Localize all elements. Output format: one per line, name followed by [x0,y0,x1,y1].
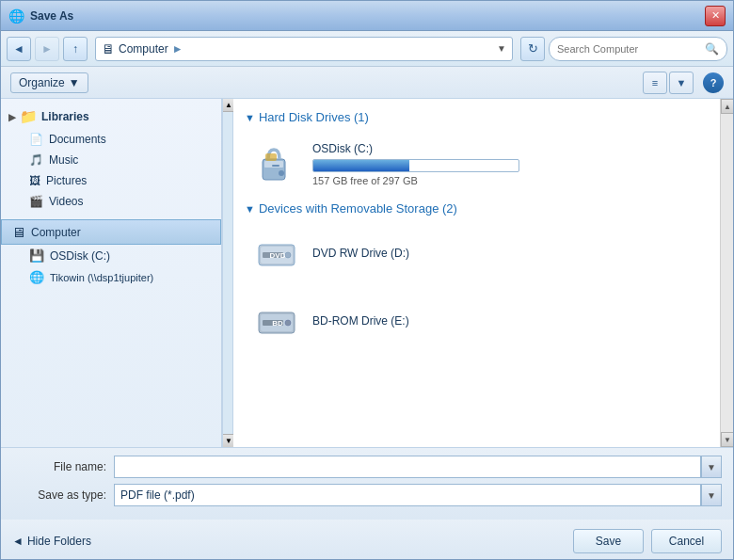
breadcrumb-computer: Computer [119,42,168,56]
bd-drive-name: BD-ROM Drive (E:) [312,314,701,328]
osdisk-drive-icon [252,139,301,188]
filetype-dropdown-button[interactable]: ▼ [701,484,722,506]
computer-items: 💾 OSDisk (C:) 🌐 Tikowin (\\dsp1tjupiter) [1,245,221,288]
libraries-folder-icon: 📁 [20,108,38,125]
svg-text:BD: BD [272,319,283,328]
view-icon: ≡ [652,77,658,88]
view-toggle-button[interactable]: ≡ [643,72,667,94]
documents-icon: 📄 [29,133,43,146]
right-scrollbar[interactable]: ▲ ▼ [720,99,733,447]
toolbar: Organize ▼ ≡ ▼ ? [1,67,733,99]
filetype-wrapper: PDF file (*.pdf) ▼ [114,484,722,506]
svg-text:DVD: DVD [270,251,286,260]
dvd-drive-name: DVD RW Drive (D:) [312,247,701,260]
title-icon: 🌐 [8,8,24,24]
osdisk-progress-bg [312,159,519,172]
bd-drive-info: BD-ROM Drive (E:) [312,314,701,331]
documents-label: Documents [49,133,106,146]
view-controls: ≡ ▼ ? [643,72,724,94]
filename-dropdown-button[interactable]: ▼ [701,456,722,478]
libraries-items: 📄 Documents 🎵 Music 🖼 Pictures 🎬 Videos [1,129,221,212]
breadcrumb-home-icon: 🖥 [102,41,115,56]
sidebar-item-videos[interactable]: 🎬 Videos [20,191,221,212]
organize-label: Organize [19,76,65,89]
breadcrumb-dropdown-arrow[interactable]: ▼ [497,43,506,54]
sidebar-item-music[interactable]: 🎵 Music [20,150,221,170]
action-bar: ◄ Hide Folders Save Cancel [1,520,733,559]
view-dropdown-arrow: ▼ [677,77,687,88]
save-button[interactable]: Save [573,529,644,553]
organize-button[interactable]: Organize ▼ [10,72,88,93]
search-box: 🔍 [549,37,727,61]
filename-input[interactable] [114,456,701,478]
filetype-row: Save as type: PDF file (*.pdf) ▼ [12,484,722,506]
bd-drive-item[interactable]: BD BD-ROM Drive (E:) [245,293,709,353]
sidebar-item-computer[interactable]: 🖥 Computer [1,219,221,245]
dvd-drive-info: DVD RW Drive (D:) [312,247,701,264]
osdisk-drive-item[interactable]: OSDisk (C:) 157 GB free of 297 GB [245,134,709,194]
dvd-drive-item[interactable]: DVD DVD RW Drive (D:) [245,225,709,285]
pictures-label: Pictures [46,174,87,187]
title-bar: 🌐 Save As ✕ [1,1,733,31]
svg-point-2 [279,170,284,176]
hide-folders-label: Hide Folders [27,535,91,548]
organize-arrow: ▼ [69,76,80,89]
sidebar-item-documents[interactable]: 📄 Documents [20,129,221,150]
refresh-button[interactable]: ↻ [520,37,545,61]
breadcrumb[interactable]: 🖥 Computer ► ▼ [95,37,513,61]
filename-input-wrapper: ▼ [114,456,722,478]
bottom-bar: File name: ▼ Save as type: PDF file (*.p… [1,447,733,520]
svg-point-14 [285,320,291,326]
scroll-up-button[interactable]: ▲ [721,99,733,114]
music-icon: 🎵 [29,153,43,167]
search-icon: 🔍 [705,42,719,56]
view-dropdown-button[interactable]: ▼ [669,72,694,94]
sidebar: ▶ 📁 Libraries 📄 Documents 🎵 Music 🖼 Pict… [1,99,222,447]
hdd-section-title: Hard Disk Drives (1) [259,110,369,124]
window-title: Save As [30,9,705,23]
forward-button[interactable]: ► [35,37,59,61]
up-button[interactable]: ↑ [63,37,88,61]
bd-drive-icon: BD [252,298,301,347]
videos-icon: 🎬 [29,195,43,208]
content-area: ▼ Hard Disk Drives (1) [233,99,720,447]
cancel-button[interactable]: Cancel [651,529,722,553]
breadcrumb-arrow: ► [172,42,184,56]
filename-label: File name: [12,460,106,473]
computer-label: Computer [31,226,81,239]
videos-label: Videos [49,195,83,208]
sidebar-item-pictures[interactable]: 🖼 Pictures [20,170,221,191]
sidebar-scrollbar[interactable]: ▲ ▼ [222,99,233,447]
filetype-value: PDF file (*.pdf) [120,488,195,502]
removable-section-header: ▼ Devices with Removable Storage (2) [245,201,709,216]
filename-row: File name: ▼ [12,456,722,478]
removable-section-arrow: ▼ [245,203,255,215]
sidebar-item-osdisk[interactable]: 💾 OSDisk (C:) [20,245,221,266]
dvd-drive-icon: DVD [252,231,301,280]
sidebar-item-network[interactable]: 🌐 Tikowin (\\dsp1tjupiter) [20,266,221,288]
search-input[interactable] [557,43,701,55]
osdisk-progress-fill [313,160,409,171]
hdd-section-arrow: ▼ [245,112,255,123]
filetype-label: Save as type: [12,488,106,502]
osdisk-label: OSDisk (C:) [50,249,110,263]
network-icon: 🌐 [29,270,44,284]
help-button[interactable]: ? [703,72,724,93]
computer-icon: 🖥 [11,224,25,240]
nav-bar: ◄ ► ↑ 🖥 Computer ► ▼ ↻ 🔍 [1,31,733,67]
action-buttons: Save Cancel [573,529,722,553]
hdd-section-header: ▼ Hard Disk Drives (1) [245,110,709,124]
libraries-label[interactable]: Libraries [41,110,89,123]
hide-folders-arrow: ◄ [12,535,24,548]
filetype-select[interactable]: PDF file (*.pdf) [114,484,701,506]
removable-section-title: Devices with Removable Storage (2) [259,201,457,216]
network-label: Tikowin (\\dsp1tjupiter) [50,272,153,283]
svg-rect-3 [272,165,279,167]
osdisk-drive-info: OSDisk (C:) 157 GB free of 297 GB [312,142,701,186]
close-button[interactable]: ✕ [705,6,726,26]
osdisk-drive-name: OSDisk (C:) [312,142,701,155]
scroll-down-button[interactable]: ▼ [721,432,733,447]
osdisk-icon: 💾 [29,248,44,263]
hide-folders-button[interactable]: ◄ Hide Folders [12,535,91,548]
back-button[interactable]: ◄ [7,37,31,61]
